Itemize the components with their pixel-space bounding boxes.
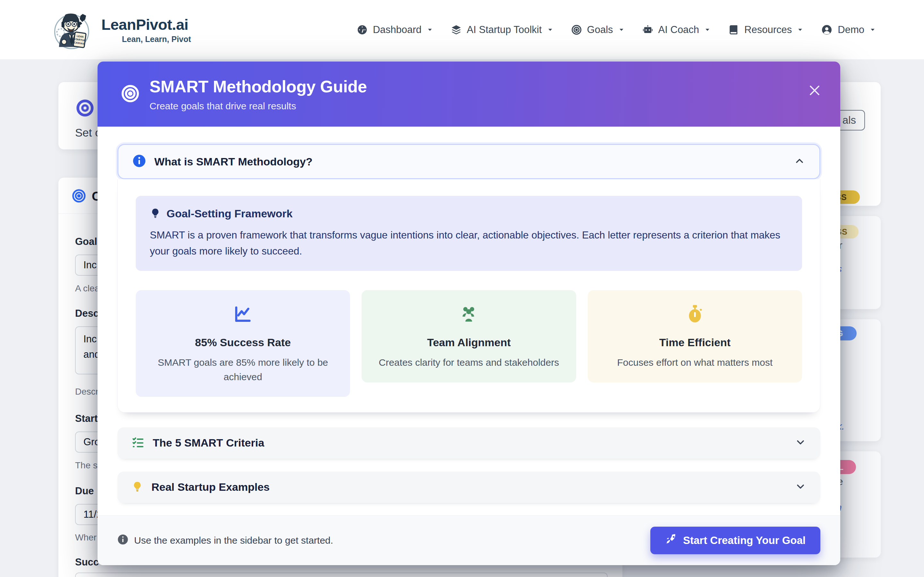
close-icon[interactable] [806,81,824,99]
info-icon [118,534,128,547]
stat-title: Team Alignment [373,336,564,349]
users-icon [459,319,479,325]
lightbulb-icon [132,481,143,494]
cta-label: Start Creating Your Goal [683,534,806,546]
nav-item-label: AI Coach [658,24,699,35]
brand-name: LeanPivot.ai [102,16,191,33]
lightbulb-icon [150,208,161,220]
accordion-what-is-smart[interactable]: What is SMART Methodology? [118,144,821,179]
brand-tagline: Lean, Learn, Pivot [122,35,191,44]
chevron-down-icon [795,481,806,494]
start-label: Start [75,413,98,424]
success-label: Succ [75,556,99,568]
accordion-content-panel: Goal-Setting Framework SMART is a proven… [118,179,821,413]
nav-item-label: Demo [838,24,864,35]
stat-cards-row: 85% Success Rate SMART goals are 85% mor… [136,290,802,397]
stat-description: Focuses effort on what matters most [599,355,790,370]
nav-item-ai-startup-toolkit[interactable]: AI Startup Toolkit [451,24,553,35]
accordion-startup-examples[interactable]: Real Startup Examples [118,472,821,503]
success-input[interactable]: MRR reaches $50,000 [75,572,607,577]
rocket-icon [665,533,677,548]
target-icon [571,24,582,35]
chevron-down-icon [704,27,711,33]
nav-item-label: Dashboard [373,24,422,35]
nav-item-label: Goals [587,24,613,35]
user-icon [821,24,833,35]
accordion-smart-criteria[interactable]: The 5 SMART Criteria [118,427,821,459]
accordion-label: What is SMART Methodology? [154,155,312,168]
accordion-label: The 5 SMART Criteria [153,437,264,449]
nav-item-label: AI Startup Toolkit [467,24,542,35]
gauge-icon [357,24,368,35]
due-label: Due [75,485,94,497]
footer-hint-text: Use the examples in the sidebar to get s… [134,535,333,546]
modal-title: SMART Methodology Guide [150,77,367,96]
chevron-down-icon [618,27,625,33]
goal-helper: A clea [75,284,99,293]
brand-logo[interactable]: LEAN STARTUP CANVAS LeanPivot.ai Lean, L… [51,8,191,52]
nav-item-ai-coach[interactable]: AI Coach [642,24,711,35]
framework-body: SMART is a proven framework that transfo… [150,227,788,259]
stat-title: 85% Success Rate [147,336,338,349]
nav-menu: Dashboard AI Startup Toolkit Goals [357,24,876,35]
stat-description: Creates clarity for teams and stakeholde… [373,355,564,370]
stat-description: SMART goals are 85% more likely to be ac… [156,355,330,384]
chevron-down-icon [427,27,433,33]
description-label: Desc [75,308,99,319]
robot-icon [642,24,653,35]
brand-text: LeanPivot.ai Lean, Learn, Pivot [102,16,191,44]
chevron-down-icon [797,27,803,33]
top-nav: LEAN STARTUP CANVAS LeanPivot.ai Lean, L… [0,0,924,60]
start-helper: The s [75,460,97,471]
target-icon [71,189,86,205]
stat-card-time-efficient: Time Efficient Focuses effort on what ma… [588,290,802,382]
checklist-icon [132,436,144,450]
stat-card-team-alignment: Team Alignment Creates clarity for teams… [362,290,576,382]
framework-callout: Goal-Setting Framework SMART is a proven… [136,196,802,271]
due-helper: Wher [75,532,97,543]
nav-item-resources[interactable]: Resources [728,24,803,35]
target-icon [121,84,140,105]
modal-body: What is SMART Methodology? Goal-Setting … [97,127,840,516]
accordion-label: Real Startup Examples [152,481,270,493]
goal-label: Goal [75,236,97,247]
target-icon [75,99,95,119]
chevron-up-icon [794,155,805,168]
chevron-down-icon [547,27,553,33]
chevron-down-icon [795,437,806,450]
intro-text-fragment: Set c [75,126,101,139]
stat-card-success-rate: 85% Success Rate SMART goals are 85% mor… [136,290,350,397]
modal-header: SMART Methodology Guide Create goals tha… [97,61,840,127]
nav-item-goals[interactable]: Goals [571,24,625,35]
smart-methodology-modal: SMART Methodology Guide Create goals tha… [97,61,840,565]
footer-hint: Use the examples in the sidebar to get s… [118,534,333,547]
chevron-down-icon [869,27,876,33]
stopwatch-icon [685,319,705,325]
framework-title: Goal-Setting Framework [166,207,292,220]
nav-item-dashboard[interactable]: Dashboard [357,24,433,35]
book-icon [728,24,739,35]
modal-footer: Use the examples in the sidebar to get s… [97,516,840,565]
start-creating-goal-button[interactable]: Start Creating Your Goal [650,527,821,554]
mascot-logo-icon: LEAN STARTUP CANVAS [51,8,94,52]
modal-subtitle: Create goals that drive real results [150,101,367,111]
info-icon [132,154,146,169]
chart-line-icon [233,319,253,325]
nav-item-demo-user[interactable]: Demo [821,24,876,35]
stat-title: Time Efficient [599,336,790,349]
nav-item-label: Resources [744,24,792,35]
description-helper: Descr [75,387,99,397]
layers-icon [451,24,462,35]
